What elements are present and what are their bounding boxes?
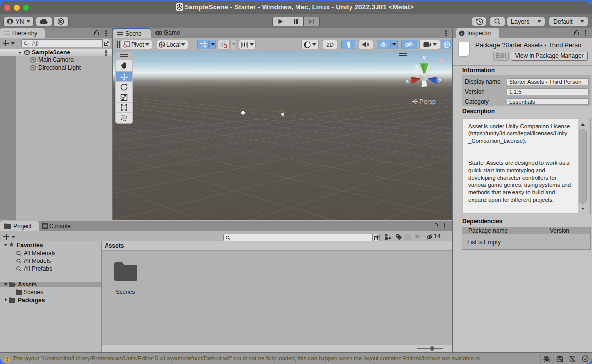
svg-text:x: x: [406, 78, 409, 84]
svg-text:y: y: [423, 54, 426, 60]
svg-text:Y: Y: [203, 44, 207, 48]
svg-text:z: z: [439, 78, 442, 83]
